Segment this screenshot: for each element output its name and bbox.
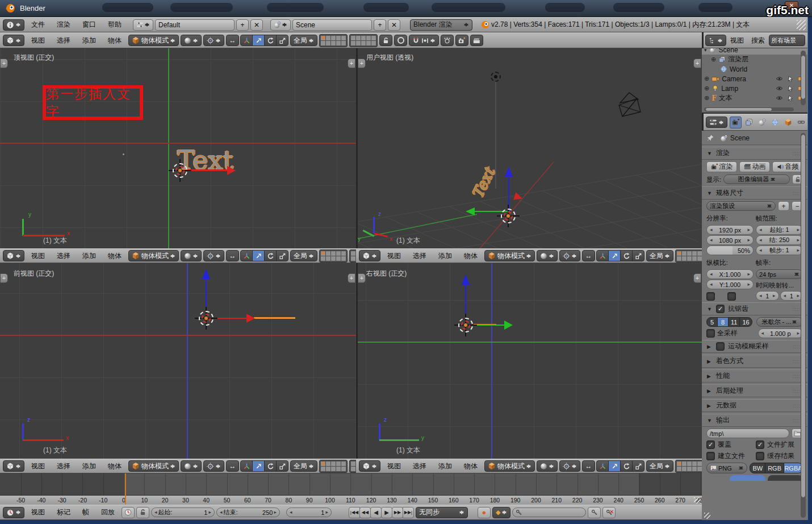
expand-icon[interactable]: ⊕ [711, 56, 716, 63]
manipulator-toggle[interactable]: ↔ [226, 35, 239, 46]
next-keyframe-button[interactable]: ▶▶ [392, 507, 403, 518]
shading-select[interactable] [537, 460, 558, 472]
pixel-filter-size-field[interactable]: ◂1.000 p▸ [758, 328, 803, 338]
mode-select[interactable]: 物体模式 [484, 460, 535, 472]
manipulator-rotate-button[interactable] [264, 35, 277, 46]
clipped-depth-button[interactable] [730, 475, 765, 481]
manipulator-axis-icon[interactable] [240, 250, 253, 261]
cache-checkbox[interactable] [756, 452, 764, 460]
frame-start-field[interactable]: ◂起始:1▸ [151, 508, 215, 517]
overwrite-checkbox[interactable] [706, 440, 715, 449]
editor-type-button[interactable] [359, 250, 380, 261]
visibility-eye-icon[interactable] [776, 75, 783, 82]
color-mode-group[interactable]: BW RGB RGBA [750, 463, 803, 473]
expand-icon[interactable]: ⊕ [704, 85, 709, 92]
sidebar-expand-tab[interactable]: + [348, 59, 355, 68]
outliner-item-label[interactable]: World [730, 65, 747, 73]
outliner-hscrollbar[interactable] [704, 107, 794, 111]
editor-type-button[interactable] [3, 507, 24, 518]
manipulator-translate-button[interactable] [252, 250, 265, 261]
selectable-cursor-icon[interactable] [787, 76, 794, 82]
render-preset-select[interactable]: 渲染预设 [706, 201, 776, 211]
menu-object[interactable]: 物体 [459, 461, 483, 471]
mode-select[interactable]: 物体模式 [128, 35, 179, 46]
mode-select[interactable]: 物体模式 [128, 250, 179, 261]
section-post-processing[interactable]: ▶后期处理::::: [702, 384, 807, 397]
pivot-select[interactable] [203, 250, 224, 261]
area-corner-grip[interactable] [797, 20, 806, 30]
color-rgb-button[interactable]: RGB [765, 463, 784, 473]
manipulator-axis-icon[interactable] [596, 250, 609, 261]
cursor-3d[interactable] [501, 209, 516, 223]
manipulator-scale-button[interactable] [276, 460, 288, 472]
screen-layout-icon[interactable] [133, 19, 153, 31]
clipped-depth-button-2[interactable] [768, 475, 803, 481]
proportional-edit-button[interactable] [394, 35, 407, 46]
outliner-row-lamp[interactable]: ⊕ Lamp [702, 84, 807, 93]
mode-select[interactable]: 物体模式 [484, 250, 535, 261]
sidebar-expand-tab[interactable]: + [693, 59, 701, 68]
manipulator-y-arrow[interactable] [474, 325, 505, 326]
editor-type-button[interactable] [3, 35, 24, 46]
render-button[interactable]: 渲染 [706, 161, 737, 172]
cursor-3d[interactable] [199, 311, 214, 326]
remap-old-field[interactable]: ◂1▸ [756, 291, 779, 301]
tab-object[interactable] [782, 117, 794, 128]
manipulator-scale-button[interactable] [632, 460, 644, 472]
toolshelf-expand-tab[interactable]: + [358, 59, 366, 68]
editor-type-button[interactable] [3, 250, 24, 261]
area-corner-grip[interactable] [704, 513, 710, 519]
editor-type-button[interactable] [3, 19, 24, 31]
text-object-edge[interactable] [254, 317, 295, 319]
outliner-row-camera[interactable]: ⊕ Camera [702, 74, 807, 84]
delete-scene-button[interactable]: ✕ [388, 19, 400, 31]
aspect-x-field[interactable]: ◂X:1.000▸ [706, 269, 754, 279]
expand-icon[interactable]: ⊕ [704, 75, 709, 82]
menu-file[interactable]: 文件 [26, 20, 50, 30]
manipulator-axis-icon[interactable] [240, 460, 253, 472]
timeline-ruler[interactable]: -50-40-30-20-100102030405060708090100110… [0, 495, 702, 505]
pivot-select[interactable] [559, 250, 580, 261]
area-corner-grip[interactable] [694, 497, 701, 504]
manipulator-toggle[interactable]: ↔ [582, 250, 595, 261]
output-path-field[interactable]: /tmp\ [706, 429, 789, 438]
orientation-select[interactable]: 全局 [290, 35, 317, 46]
manipulator-scale-button[interactable] [632, 250, 644, 261]
menu-view[interactable]: 视图 [26, 508, 50, 517]
menu-object[interactable]: 物体 [103, 461, 127, 471]
menu-object[interactable]: 物体 [103, 251, 127, 261]
aa-samples-16[interactable]: 16 [739, 317, 752, 327]
animation-button[interactable]: 动画 [739, 161, 770, 172]
menu-help[interactable]: 帮助 [103, 20, 127, 30]
add-scene-button[interactable]: + [374, 19, 386, 31]
aa-samples-5[interactable]: 5 [706, 317, 718, 327]
manipulator-axis-icon[interactable] [240, 35, 253, 46]
viewport-right[interactable]: z y 右视图 (正交) (1) 文本 [358, 263, 702, 459]
layers-grid-2[interactable] [349, 34, 378, 47]
scene-icon[interactable] [270, 19, 291, 31]
play-button[interactable]: ▶ [381, 507, 392, 518]
touch-checkbox[interactable] [706, 452, 715, 460]
tab-scene[interactable] [756, 117, 768, 128]
motion-blur-checkbox[interactable] [716, 342, 725, 351]
tab-world[interactable] [769, 117, 781, 128]
cursor-3d[interactable] [173, 163, 187, 178]
menu-view[interactable]: 视图 [382, 461, 406, 471]
manipulate-centers-button[interactable] [441, 35, 454, 46]
menu-view[interactable]: 视图 [26, 461, 50, 471]
opengl-render-button[interactable] [455, 35, 468, 46]
section-output[interactable]: ▼输出::::: [702, 414, 807, 427]
layers-grid-2[interactable] [349, 249, 356, 263]
add-screen-button[interactable]: + [236, 19, 249, 31]
collapse-icon[interactable]: ▾ [704, 48, 707, 53]
tab-render[interactable] [730, 117, 742, 128]
outliner-scope-select[interactable]: 所有场景 [769, 35, 805, 46]
keying-set-field[interactable] [512, 508, 586, 517]
expand-icon[interactable]: ⊕ [704, 94, 709, 102]
frame-end-field[interactable]: ◂结: 250▸ [756, 235, 803, 245]
manipulator-toggle[interactable]: ↔ [582, 460, 595, 472]
viewport-top[interactable]: Text 第一步插入文字 y x 顶视图 (正交) (1) 文本 [0, 48, 356, 248]
manipulator-x-arrow[interactable] [214, 318, 248, 319]
selectable-cursor-icon[interactable] [787, 95, 794, 102]
editor-type-button[interactable] [705, 35, 726, 46]
